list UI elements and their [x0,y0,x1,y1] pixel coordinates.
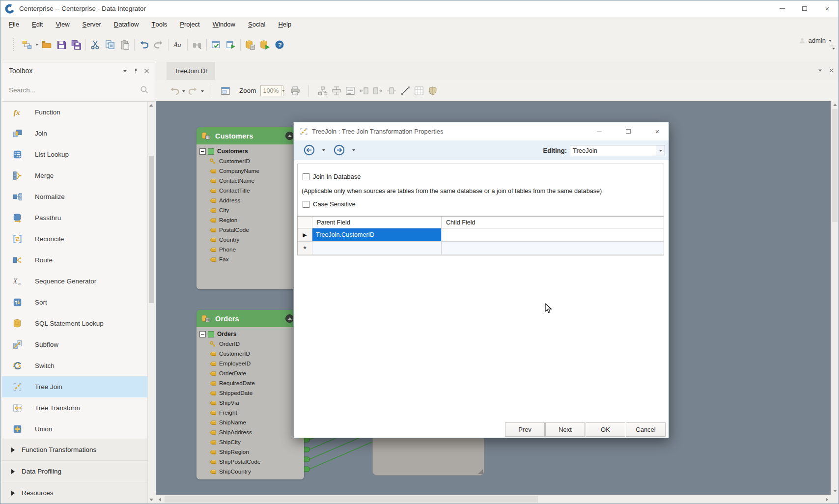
canvas-vertical-scrollbar[interactable] [831,101,839,495]
toolbox-item[interactable]: fx Function [2,102,147,123]
tree-field-row[interactable]: ShipVia [196,398,304,408]
toolbox-scrollbar[interactable] [147,102,155,504]
tree-field-row[interactable]: RequiredDate [196,378,304,388]
tree-field-row[interactable]: ShipName [196,418,304,427]
tree-field-row[interactable]: Address [196,196,304,205]
toolbox-category[interactable]: Data Profiling [2,460,147,482]
menu-item[interactable]: Server [76,17,108,31]
canvas-horizontal-scrollbar[interactable] [156,495,831,504]
toolbar-button[interactable] [204,37,209,52]
user-menu[interactable]: admin [799,37,832,44]
toolbar-button[interactable] [168,84,181,98]
maximize-button[interactable] [793,0,816,17]
toolbar-button[interactable] [88,37,103,52]
toolbar-button[interactable] [103,37,117,52]
toolbox-item[interactable]: Passthru [2,207,147,228]
tree-field-row[interactable]: City [196,205,304,215]
toolbox-item[interactable]: Tree Join [2,376,147,397]
collapse-minus-icon[interactable] [199,148,206,155]
orders-source-node[interactable]: Orders Orders OrderID CustomerID [196,310,304,479]
toolbar-button[interactable] [412,84,426,98]
back-history-icon[interactable] [322,149,325,151]
join-in-database-checkbox[interactable] [303,173,309,180]
menu-item[interactable]: File [2,17,26,31]
grid-new-row[interactable]: * [298,242,664,255]
chevron-down-icon[interactable] [281,86,285,96]
toolbar-button[interactable] [257,37,272,52]
toolbar-button[interactable] [39,37,54,52]
tree-field-row[interactable]: ContactTitle [196,186,304,196]
toolbar-button[interactable] [243,37,257,52]
scrollbar-thumb[interactable] [149,156,154,303]
toolbox-item[interactable]: Normalize [2,186,147,207]
tree-field-row[interactable]: Freight [196,408,304,418]
dialog-close-button[interactable]: × [650,126,665,136]
tree-field-row[interactable]: CustomerID [196,156,304,166]
forward-button[interactable] [334,144,345,156]
toolbar-overflow-icon[interactable] [831,46,837,50]
zoom-select[interactable]: 100% [260,85,283,96]
toolbar-button[interactable] [330,84,343,98]
minimize-button[interactable] [771,0,793,17]
toolbar-button[interactable] [288,84,302,98]
scroll-down-icon[interactable] [148,496,155,504]
toolbox-item[interactable]: Sort [2,292,147,313]
toolbox-item[interactable]: Join [2,123,147,144]
toolbar-button[interactable] [302,84,316,98]
toolbox-item[interactable]: Merge [2,165,147,186]
toolbar-button[interactable] [357,84,371,98]
scroll-left-icon[interactable] [156,495,164,504]
menu-item[interactable]: Dataflow [108,17,145,31]
tree-field-row[interactable]: ContactName [196,176,304,186]
scrollbar-thumb[interactable] [165,496,538,503]
toolbar-button[interactable] [117,37,132,52]
toolbox-item[interactable]: Tree Transform [2,397,147,419]
tab-treejoin-df[interactable]: TreeJoin.Df [167,62,215,80]
forward-history-icon[interactable] [352,149,355,151]
toolbox-item[interactable]: Union [2,419,147,440]
toolbar-button[interactable] [151,37,166,52]
toolbox-item[interactable]: List Lookup [2,144,147,165]
menu-item[interactable]: Social [242,17,272,31]
menu-item[interactable]: Help [272,17,298,31]
editing-select[interactable]: TreeJoin [570,145,665,156]
tree-field-row[interactable]: CustomerID [196,349,304,359]
toolbar-button[interactable] [209,37,224,52]
tree-field-row[interactable]: Country [196,235,304,245]
toolbar-button[interactable] [371,84,385,98]
child-field-cell[interactable] [442,242,664,254]
close-icon[interactable] [143,67,150,74]
toolbox-item[interactable]: Switch [2,355,147,376]
search-input[interactable] [9,86,140,94]
tree-root-row[interactable]: Orders [196,329,304,339]
pin-icon[interactable] [133,67,139,74]
customers-node-header[interactable]: Customers [196,127,304,144]
toolbox-item[interactable]: Subflow [2,334,147,355]
toolbar-button[interactable] [137,37,151,52]
toolbar-button[interactable] [132,37,137,52]
child-field-cell[interactable] [442,228,664,241]
tree-field-row[interactable]: Fax [196,254,304,264]
close-button[interactable]: × [816,0,839,17]
toolbox-item[interactable]: SQL Statement Lookup [2,313,147,334]
toolbar-button[interactable] [69,37,84,52]
menu-item[interactable]: Window [206,17,242,31]
tree-field-row[interactable]: ShipAddress [196,427,304,437]
collapse-minus-icon[interactable] [199,331,206,337]
next-button[interactable]: Next [545,422,585,437]
dialog-maximize-button[interactable] [621,126,636,136]
resize-handle[interactable] [478,469,483,474]
toolbar-button[interactable] [205,84,219,98]
menu-item[interactable]: Tools [145,17,173,31]
toolbar-button[interactable] [20,37,34,52]
scroll-down-icon[interactable] [831,487,839,495]
tree-root-row[interactable]: Customers [196,146,304,156]
toolbar-button[interactable] [426,84,440,98]
toolbar-button[interactable]: ? [272,37,287,52]
collapse-node-button[interactable] [285,314,294,323]
tree-field-row[interactable]: ShipRegion [196,447,304,457]
parent-field-cell[interactable]: TreeJoin.CustomerID [312,228,442,241]
toolbar-button[interactable] [190,37,204,52]
ok-button[interactable]: OK [586,422,625,437]
treejoin-node[interactable] [372,435,484,476]
